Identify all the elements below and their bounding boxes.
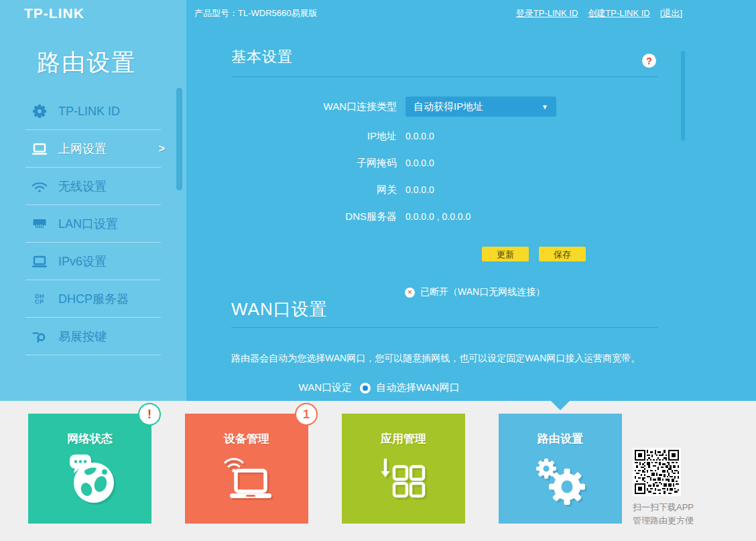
laptop-icon [31, 254, 48, 269]
active-tile-pointer-icon [551, 401, 570, 410]
main-content: 产品型号：TL-WDR5660易展版 登录TP-LINK ID 创建TP-LIN… [186, 0, 756, 401]
dhcp-text-icon: DHCP [31, 292, 48, 306]
product-model-label: 产品型号：TL-WDR5660易展版 [194, 7, 317, 19]
radio-dot [363, 385, 368, 391]
bottom-nav: ! 网络状态 1 设备管理 [0, 401, 756, 541]
easy-mesh-icon [31, 329, 48, 344]
sidebar-item-dhcp-server[interactable]: DHCP DHCP服务器 [0, 280, 186, 318]
field-label: IP地址 [231, 130, 397, 143]
globe-chat-icon [28, 450, 151, 509]
disconnected-icon: ✕ [405, 288, 415, 298]
sidebar-item-label: TP-LINK ID [58, 105, 120, 119]
login-tplink-id-link[interactable]: 登录TP-LINK ID [516, 7, 578, 19]
save-button[interactable]: 保存 [539, 247, 586, 261]
field-row-dns-server: DNS服务器 0.0.0.0 , 0.0.0.0 [231, 206, 470, 227]
sidebar-item-label: 易展按键 [58, 328, 107, 345]
laptop-wifi-icon [185, 450, 308, 509]
section-title-basic-settings: 基本设置 [231, 47, 293, 67]
radio-label: 自动选择WAN网口 [376, 381, 459, 394]
sidebar-item-label: 上网设置 [58, 141, 107, 157]
update-button[interactable]: 更新 [482, 247, 529, 261]
tile-app-management[interactable]: 应用管理 [342, 414, 465, 524]
wifi-icon [31, 179, 48, 194]
field-value: 0.0.0.0 , 0.0.0.0 [405, 211, 470, 222]
field-row-wan-connection-type: WAN口连接类型 自动获得IP地址 ▼ [231, 97, 556, 117]
field-row-subnet-mask: 子网掩码 0.0.0.0 [231, 153, 434, 173]
field-label: 网关 [231, 184, 397, 196]
sidebar-item-label: 无线设置 [58, 178, 107, 194]
sidebar-item-label: LAN口设置 [58, 216, 118, 232]
section-title-wan-port-settings: WAN口设置 [231, 298, 328, 321]
section-divider [231, 76, 657, 77]
apps-download-icon [342, 450, 465, 509]
laptop-icon [31, 141, 48, 156]
count-badge: 1 [295, 403, 318, 426]
qr-caption-line2: 管理路由更方便 [633, 515, 694, 527]
help-icon[interactable]: ? [642, 54, 656, 68]
router-admin-page: TP-LINK 路由设置 TP-LINK [0, 0, 756, 541]
logout-link[interactable]: [退出] [660, 7, 682, 19]
dropdown-value: 自动获得IP地址 [414, 101, 483, 113]
create-tplink-id-link[interactable]: 创建TP-LINK ID [588, 7, 649, 19]
ethernet-port-icon [31, 217, 48, 231]
tile-label: 应用管理 [342, 431, 465, 446]
sidebar-scrollbar[interactable] [176, 88, 182, 190]
qr-code-image [633, 448, 681, 496]
field-row-ip-address: IP地址 0.0.0.0 [231, 126, 434, 146]
sidebar-item-ipv6-settings[interactable]: IPv6设置 [0, 243, 186, 280]
sidebar-item-wireless-settings[interactable]: 无线设置 [0, 168, 186, 205]
gears-icon [499, 450, 622, 509]
field-label: 子网掩码 [231, 157, 397, 170]
field-value: 0.0.0.0 [405, 131, 434, 141]
auto-select-wan-radio[interactable] [360, 383, 371, 394]
sidebar-item-lan-settings[interactable]: LAN口设置 [0, 205, 186, 243]
field-label: DNS服务器 [231, 211, 397, 223]
sidebar: TP-LINK 路由设置 TP-LINK [0, 0, 186, 401]
status-text: 已断开（WAN口无网线连接） [420, 286, 545, 298]
field-value: 0.0.0.0 [405, 158, 434, 168]
tile-device-management[interactable]: 1 设备管理 [185, 414, 308, 524]
connection-status: ✕ 已断开（WAN口无网线连接） [405, 286, 545, 298]
tile-label: 设备管理 [185, 431, 308, 446]
section-divider [231, 327, 657, 328]
tile-network-status[interactable]: ! 网络状态 [28, 414, 151, 524]
tile-label: 路由设置 [499, 431, 622, 446]
field-row-gateway: 网关 0.0.0.0 [231, 180, 434, 200]
tile-router-settings[interactable]: 路由设置 [499, 414, 622, 524]
qr-caption-line1: 扫一扫下载APP [633, 501, 694, 514]
sidebar-nav: TP-LINK ID 上网设置 > [0, 93, 186, 355]
wan-port-setting-row: WAN口设定 自动选择WAN网口 [231, 381, 459, 394]
gear-icon [31, 104, 48, 119]
sidebar-item-easy-mesh-button[interactable]: 易展按键 [0, 318, 186, 355]
sidebar-item-label: IPv6设置 [58, 253, 107, 269]
sidebar-item-label: DHCP服务器 [58, 291, 129, 307]
alert-badge: ! [138, 403, 161, 426]
tile-label: 网络状态 [28, 431, 151, 446]
tplink-logo: TP-LINK [24, 5, 84, 21]
sidebar-title: 路由设置 [37, 47, 136, 78]
content-scrollbar[interactable] [681, 51, 685, 141]
dropdown-arrow-icon: ▼ [542, 103, 548, 111]
field-value: 0.0.0.0 [405, 184, 434, 195]
topbar-links: 登录TP-LINK ID 创建TP-LINK ID [退出] [516, 7, 682, 19]
wan-description: 路由器会自动为您选择WAN网口，您可以随意插网线，也可以设定固定WAN网口接入运… [231, 353, 674, 365]
wan-connection-type-dropdown[interactable]: 自动获得IP地址 ▼ [405, 97, 556, 117]
sidebar-item-tplink-id[interactable]: TP-LINK ID [0, 93, 186, 130]
field-label: WAN口连接类型 [231, 101, 397, 113]
sidebar-item-internet-settings[interactable]: 上网设置 > [0, 130, 186, 168]
chevron-right-icon: > [159, 143, 165, 155]
field-label: WAN口设定 [231, 381, 352, 394]
